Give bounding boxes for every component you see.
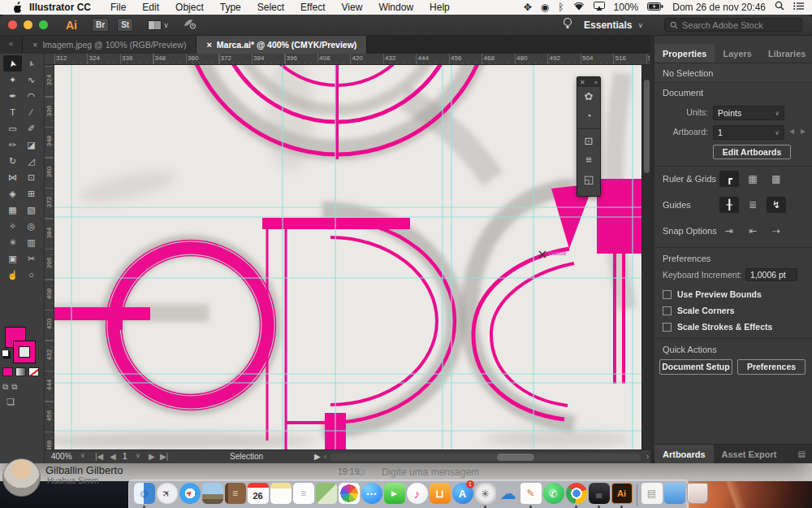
scroll-right-icon[interactable]: › [646,452,649,461]
checkbox-unchecked[interactable] [663,323,672,332]
checkbox-unchecked[interactable] [663,306,672,315]
menu-select[interactable]: Select [257,2,284,13]
default-swatches-icon[interactable] [2,350,9,357]
lightbulb-search-icon[interactable] [563,17,572,33]
ibooks-icon[interactable]: ⊔ [429,483,451,508]
show-grid-button[interactable]: ▦ [743,171,762,187]
whatsapp-icon[interactable]: ✆ [542,483,564,508]
chevron-down-icon[interactable]: ∨ [163,21,169,29]
chat-avatar[interactable] [2,458,41,497]
horizontal-ruler[interactable]: 3123243363483603723843964084204324444564… [45,54,650,65]
zoom-chevron-icon[interactable]: ∨ [80,452,85,459]
eyedropper-tool[interactable]: ✧ [3,218,22,234]
scroll-left-icon[interactable]: ‹ [324,452,326,461]
stroke-color-swatch[interactable] [14,341,35,363]
screen-mode-icon[interactable]: ❏ [6,397,15,407]
menubar-clock[interactable]: Dom 26 de nov 20:46 [672,2,766,13]
previous-artboard-icon[interactable]: ◀ [789,128,794,135]
free-transform-tool[interactable]: ⊡ [22,169,41,185]
close-icon[interactable]: ✕ [580,79,585,86]
artboard-tool[interactable]: ▣ [3,250,22,267]
checkbox-unchecked[interactable] [663,290,672,299]
hand-tool[interactable]: ☝ [3,267,22,283]
artboard-chevron-icon[interactable]: ∨ [136,452,140,459]
stock-button[interactable]: St [117,18,133,32]
spotlight-search-icon[interactable] [775,0,784,15]
dark-app-icon[interactable]: ▄ [588,483,610,508]
snap-to-pixel-button[interactable]: ⇢ [767,223,786,239]
artboard-select[interactable]: 1∨ [713,125,784,140]
airplay-icon[interactable] [594,0,605,15]
chevron-down-icon[interactable]: ∨ [637,21,643,29]
dropbox-icon[interactable]: ✥ [524,0,532,15]
finder-icon[interactable]: ☺ [133,483,155,508]
first-artboard-icon[interactable]: |◀ [95,452,103,461]
onedrive-icon[interactable]: ☁ [497,483,519,508]
tab-asset-export[interactable]: Asset Export [714,445,785,463]
rotate-tool[interactable]: ↻ [3,153,22,169]
chat-message-input[interactable]: Digite uma mensagem [382,467,479,478]
mesh-tool[interactable]: ▦ [3,202,22,218]
trash-icon[interactable] [686,483,708,508]
app-store-icon[interactable]: A1 [451,483,473,508]
document-tab[interactable]: ×Marca.ai* @ 400% (CMYK/Preview) [197,36,367,54]
document-setup-button[interactable]: Document Setup [659,359,732,375]
snap-to-point-button[interactable]: ⇥ [719,223,739,239]
documents-stack-icon[interactable]: ▤ [641,483,663,508]
tab-close-icon[interactable]: × [32,40,37,50]
contacts-icon[interactable]: ≡ [224,483,246,508]
draw-normal-icon[interactable]: ⧉ [2,382,8,392]
vertical-scrollbar[interactable] [641,65,650,449]
close-window-button[interactable] [8,20,17,29]
horizontal-scrollbar[interactable] [330,454,641,461]
bridge-button[interactable]: Br [92,18,109,32]
chat-contact-name[interactable]: Gilballin Gilberto [45,464,123,476]
collapse-panels-icon[interactable]: « [0,36,23,54]
emoji-icon[interactable]: ☺ [356,466,366,478]
last-artboard-icon[interactable]: ▶| [160,452,168,461]
artboard-number[interactable]: 1 [123,452,127,461]
facetime-icon[interactable]: ▶ [383,483,405,508]
next-artboard-icon[interactable]: ▶ [801,128,806,135]
tab-close-icon[interactable]: × [206,40,211,50]
color-button[interactable] [2,367,13,376]
rectangle-tool[interactable]: ▭ [3,120,22,137]
workspace-switcher[interactable]: Essentials [584,20,632,31]
pages-icon[interactable]: ✎ [520,483,542,508]
keyboard-increment-input[interactable]: 1,0006 pt [745,268,797,281]
menu-window[interactable]: Window [378,2,413,13]
gradient-panel-icon[interactable]: ◔ [577,106,600,126]
artboard-canvas[interactable]: Guide ✕ » ✿◔⊡≡◱ [54,65,641,449]
gradient-tool[interactable]: ▧ [22,202,41,218]
active-app-name[interactable]: Illustrator CC [29,2,91,13]
snap-to-grid-button[interactable]: ⇤ [743,223,762,239]
launchpad-icon[interactable]: ✈ [156,483,178,508]
menu-object[interactable]: Object [175,2,204,13]
edit-artboards-button[interactable]: Edit Artboards [713,145,791,159]
transform-panel-icon[interactable]: ⊡ [577,128,600,150]
show-guides-button[interactable]: ╂ [719,197,739,213]
expand-panel-icon[interactable]: » [594,79,598,86]
status-expand-icon[interactable]: ▶ [314,452,321,461]
paintbrush-tool[interactable]: ✐ [22,120,41,137]
menu-edit[interactable]: Edit [142,2,159,13]
zoom-tool[interactable]: ○ [22,267,41,283]
line-segment-tool[interactable]: ∕ [22,104,41,120]
direct-selection-tool[interactable]: ➣ [22,55,41,72]
menu-effect[interactable]: Effect [300,2,325,13]
align-panel-icon[interactable]: ≡ [577,150,600,170]
system-preferences-icon[interactable]: ✳ [474,483,496,508]
tab-layers[interactable]: Layers [715,44,759,63]
smart-guides-button[interactable]: ↯ [767,197,786,213]
creative-cloud-icon[interactable]: ◉ [541,0,549,15]
checkbox-row[interactable]: Scale Strokes & Effects [654,319,812,335]
chrome-icon[interactable] [565,483,587,508]
preferences-button[interactable]: Preferences [737,359,806,375]
shape-builder-tool[interactable]: ◈ [3,185,22,202]
slice-tool[interactable]: ✂ [22,250,41,267]
vertical-ruler[interactable]: 324336348360372384396408420432444456468 [45,65,54,449]
color-panel-icon[interactable]: ✿ [577,87,600,106]
column-graph-tool[interactable]: ▥ [22,234,41,250]
tab-properties[interactable]: Properties [654,44,715,63]
curvature-tool[interactable]: ◠ [22,88,41,104]
